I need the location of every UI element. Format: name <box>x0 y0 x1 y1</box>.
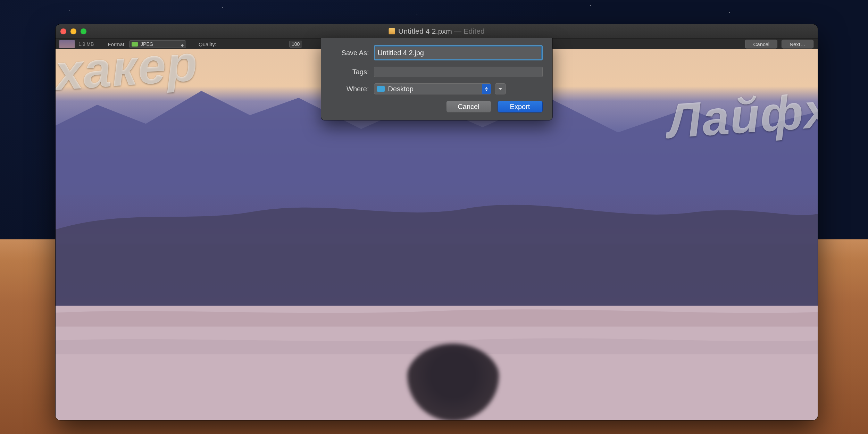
saveas-label: Save As: <box>331 49 369 57</box>
format-select[interactable]: JPEG <box>129 40 186 48</box>
person-silhouette <box>406 344 500 420</box>
dialog-cancel-button[interactable]: Cancel <box>446 101 491 112</box>
saveas-input[interactable] <box>374 45 543 60</box>
where-select[interactable]: Desktop <box>374 83 491 94</box>
window-titlebar: Untitled 4 2.pxm — Edited <box>56 24 818 39</box>
tags-label: Tags: <box>331 68 369 76</box>
dialog-export-button[interactable]: Export <box>498 101 543 112</box>
app-window: Untitled 4 2.pxm — Edited 1.9 MB Format:… <box>56 24 818 420</box>
window-title: Untitled 4 2.pxm — Edited <box>389 27 485 35</box>
save-dialog: Save As: Tags: Where: Desktop Cancel Exp… <box>321 38 552 120</box>
document-thumbnail <box>59 40 75 48</box>
chevron-updown-icon <box>482 84 491 94</box>
toolbar-cancel-button[interactable]: Cancel <box>745 40 777 49</box>
format-icon <box>132 42 138 47</box>
expand-dialog-button[interactable] <box>495 83 506 94</box>
quality-label: Quality: <box>199 41 216 47</box>
filesize-text: 1.9 MB <box>78 41 94 47</box>
tags-input[interactable] <box>374 67 543 77</box>
title-edited-suffix: — Edited <box>452 27 485 35</box>
quality-value[interactable]: 100 <box>289 41 302 48</box>
toolbar-next-button[interactable]: Next… <box>782 40 813 49</box>
title-filename: Untitled 4 2.pxm <box>398 27 452 35</box>
close-window-button[interactable] <box>60 28 66 34</box>
zoom-window-button[interactable] <box>81 28 86 34</box>
where-value: Desktop <box>388 85 414 93</box>
format-value: JPEG <box>141 41 153 47</box>
document-icon <box>389 28 395 34</box>
traffic-lights <box>60 28 86 34</box>
minimize-window-button[interactable] <box>70 28 76 34</box>
where-label: Where: <box>331 85 369 93</box>
format-label: Format: <box>108 41 126 47</box>
folder-icon <box>377 86 385 92</box>
